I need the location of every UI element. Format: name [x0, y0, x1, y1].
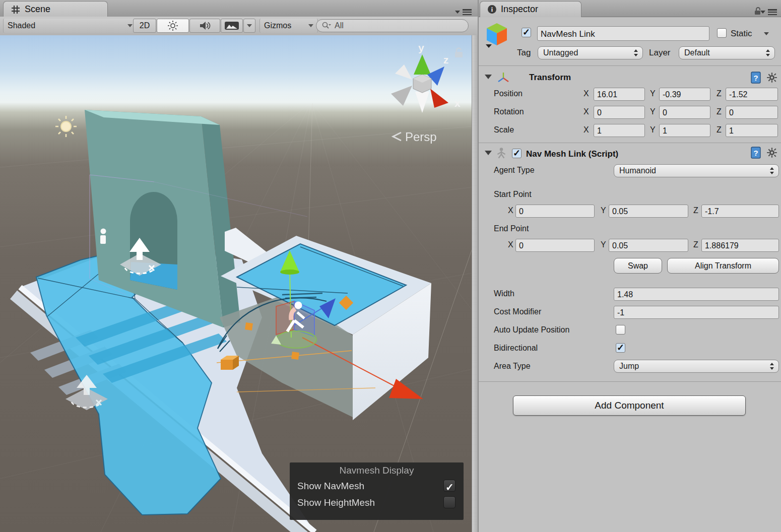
2d-label: 2D — [140, 21, 150, 30]
position-y-field[interactable]: -0.39 — [659, 88, 710, 101]
axis-z-label: Z — [717, 107, 722, 116]
scene-effects-button[interactable] — [221, 19, 243, 33]
show-heightmesh-label: Show HeightMesh — [297, 497, 375, 508]
scene-lighting-button[interactable] — [157, 19, 189, 33]
auto-update-checkbox[interactable] — [616, 325, 625, 335]
end-point-label: End Point — [494, 224, 529, 233]
tab-scene[interactable]: Scene — [3, 1, 108, 17]
updown-arrows-icon — [770, 167, 774, 174]
end-x-field[interactable]: 0 — [515, 239, 595, 252]
scale-z-field[interactable]: 1 — [726, 124, 778, 137]
image-effects-icon — [224, 20, 239, 31]
layer-value: Default — [684, 48, 710, 57]
axis-x-label: X — [508, 240, 513, 249]
tag-value: Untagged — [543, 48, 578, 57]
end-y-field[interactable]: 0.05 — [609, 239, 688, 252]
scale-label: Scale — [494, 125, 514, 135]
draw-mode-label: Shaded — [8, 21, 35, 30]
axis-z-label: Z — [717, 89, 722, 98]
gizmos-label: Gizmos — [264, 21, 291, 30]
show-heightmesh-row[interactable]: Show HeightMesh — [290, 494, 464, 511]
axis-y-label: Y — [650, 125, 656, 135]
swap-button[interactable]: Swap — [614, 258, 662, 274]
navmesh-display-overlay: Navmesh Display Show NavMesh Show Height… — [290, 462, 464, 520]
align-transform-button[interactable]: Align Transform — [667, 258, 779, 274]
help-icon[interactable]: ? — [750, 71, 762, 84]
scale-y-field[interactable]: 1 — [659, 124, 710, 137]
scene-panel-menu[interactable] — [455, 9, 472, 15]
speaker-icon — [199, 20, 212, 32]
start-z-field[interactable]: -1.7 — [701, 205, 779, 218]
bidirectional-label: Bidirectional — [494, 344, 538, 353]
layer-dropdown[interactable]: Default — [679, 46, 775, 59]
scene-search[interactable] — [316, 19, 469, 32]
menu-icon — [463, 9, 472, 15]
persp-label: Persp — [405, 130, 437, 144]
tag-dropdown[interactable]: Untagged — [538, 46, 643, 59]
info-icon: i — [487, 5, 497, 14]
show-heightmesh-checkbox[interactable] — [443, 496, 455, 508]
gameobject-name-field[interactable]: NavMesh Link — [537, 26, 709, 41]
axis-label-x: x — [454, 97, 461, 109]
add-component-button[interactable]: Add Component — [513, 395, 746, 416]
transform-foldout[interactable] — [485, 75, 492, 79]
panel-splitter[interactable] — [472, 35, 478, 532]
updown-arrows-icon — [770, 363, 774, 370]
axis-x-label: X — [583, 125, 589, 135]
navmeshlink-foldout[interactable] — [485, 151, 492, 155]
scene-figure — [100, 229, 106, 244]
axis-label-z: z — [443, 54, 449, 65]
tag-label: Tag — [517, 48, 531, 58]
scale-x-field[interactable]: 1 — [594, 124, 645, 137]
area-type-dropdown[interactable]: Jump — [614, 360, 779, 373]
transform-title: Transform — [529, 73, 571, 83]
toggle-2d-button[interactable]: 2D — [133, 19, 156, 33]
start-x-field[interactable]: 0 — [515, 205, 595, 218]
show-navmesh-label: Show NavMesh — [297, 481, 364, 491]
axis-z-label: Z — [693, 206, 698, 215]
scene-audio-button[interactable] — [189, 19, 220, 33]
search-input[interactable] — [334, 21, 462, 31]
inspector-panel-menu[interactable] — [760, 9, 777, 15]
gear-icon[interactable] — [766, 147, 778, 159]
width-field[interactable]: 1.48 — [614, 288, 779, 301]
auto-update-label: Auto Update Position — [494, 325, 569, 335]
agent-type-label: Agent Type — [494, 166, 535, 175]
link-character-gizmo — [271, 301, 316, 348]
position-z-field[interactable]: -1.52 — [726, 88, 778, 101]
start-y-field[interactable]: 0.05 — [609, 205, 688, 218]
scene-tab-label: Scene — [25, 4, 50, 15]
axis-y-label: Y — [650, 89, 656, 98]
svg-text:?: ? — [753, 74, 758, 82]
static-checkbox[interactable] — [717, 28, 727, 38]
show-navmesh-row[interactable]: Show NavMesh — [290, 478, 464, 494]
chevron-down-icon — [247, 24, 252, 27]
script-humanoid-icon — [495, 147, 508, 160]
effects-dropdown-button[interactable] — [243, 19, 255, 33]
unity-editor: Scene Shaded 2D — [0, 0, 781, 532]
draw-mode-dropdown[interactable]: Shaded — [3, 19, 137, 33]
width-label: Width — [494, 289, 514, 298]
gameobject-enabled-checkbox[interactable] — [522, 28, 531, 37]
rotation-x-field[interactable]: 0 — [594, 106, 645, 119]
agent-type-value: Humanoid — [619, 166, 656, 175]
tab-inspector[interactable]: i Inspector — [480, 1, 581, 17]
show-navmesh-checkbox[interactable] — [443, 480, 455, 492]
axis-x-label: X — [583, 89, 589, 98]
navmeshlink-enabled-checkbox[interactable] — [512, 149, 522, 158]
bidirectional-checkbox[interactable] — [616, 343, 625, 353]
gear-icon[interactable] — [766, 72, 778, 84]
gizmos-dropdown[interactable]: Gizmos — [259, 19, 318, 33]
static-dropdown-icon[interactable] — [764, 32, 769, 35]
help-icon[interactable]: ? — [750, 146, 762, 159]
axis-y-label: Y — [601, 206, 606, 215]
end-z-field[interactable]: 1.886179 — [701, 239, 779, 252]
cost-modifier-field[interactable]: -1 — [614, 306, 779, 319]
start-point-label: Start Point — [494, 190, 532, 199]
scene-viewport[interactable]: y z x Persp Navmesh Display — [0, 35, 478, 532]
gameobject-cube-icon[interactable] — [484, 21, 510, 48]
position-x-field[interactable]: 16.01 — [594, 88, 645, 101]
rotation-z-field[interactable]: 0 — [726, 106, 778, 119]
agent-type-dropdown[interactable]: Humanoid — [614, 164, 779, 177]
rotation-y-field[interactable]: 0 — [659, 106, 710, 119]
